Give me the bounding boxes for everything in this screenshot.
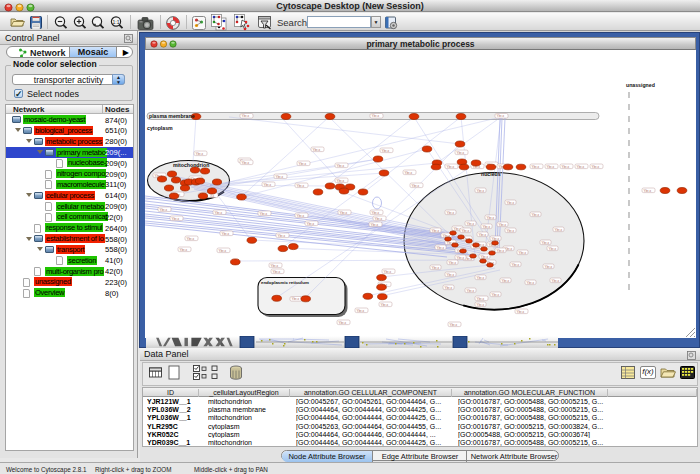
svg-text:Ybr-x: Ybr-x (412, 184, 420, 188)
svg-text:Ybr-x: Ybr-x (447, 165, 455, 169)
svg-text:Ybr-x: Ybr-x (502, 279, 510, 283)
svg-text:Ybr-x: Ybr-x (242, 161, 250, 165)
svg-text:Ybr-x: Ybr-x (487, 216, 495, 220)
svg-text:Ybr-x: Ybr-x (437, 246, 445, 250)
svg-text:Ybr-x: Ybr-x (264, 183, 272, 187)
svg-text:Ybr-x: Ybr-x (447, 273, 455, 277)
svg-text:Ybr-x: Ybr-x (467, 222, 475, 226)
svg-text:Ybr-x: Ybr-x (405, 171, 413, 175)
svg-text:Ybr-x: Ybr-x (542, 241, 550, 245)
svg-text:Ybr-x: Ybr-x (180, 248, 188, 252)
svg-text:Ybr-x: Ybr-x (532, 165, 540, 169)
svg-text:cytoplasm: cytoplasm (147, 125, 173, 131)
svg-text:Ybr-x: Ybr-x (375, 217, 383, 221)
svg-text:Ybr-x: Ybr-x (457, 151, 465, 155)
svg-text:Ybr-x: Ybr-x (545, 265, 553, 269)
svg-text:Ybr-x: Ybr-x (260, 212, 268, 216)
svg-text:Ybr-x: Ybr-x (592, 165, 600, 169)
svg-text:Ybr-x: Ybr-x (477, 276, 485, 280)
svg-text:Ybr-x: Ybr-x (481, 255, 489, 259)
svg-text:Ybr-x: Ybr-x (512, 263, 520, 267)
svg-text:Ybr-x: Ybr-x (477, 297, 485, 301)
svg-text:Ybr-x: Ybr-x (467, 289, 475, 293)
svg-text:Ybr-x: Ybr-x (449, 261, 457, 265)
svg-text:Ybr-x: Ybr-x (479, 233, 487, 237)
svg-text:Ybr-x: Ybr-x (196, 152, 204, 156)
svg-text:nucleus: nucleus (481, 171, 501, 177)
svg-text:Ybr-x: Ybr-x (222, 232, 230, 236)
svg-text:Ybr-x: Ybr-x (527, 281, 535, 285)
svg-text:Ybr-x: Ybr-x (297, 214, 305, 218)
svg-text:Ybr-x: Ybr-x (547, 165, 555, 169)
svg-text:Ybr-x: Ybr-x (297, 184, 305, 188)
svg-text:Ybr-x: Ybr-x (462, 229, 470, 233)
svg-text:Ybr-x: Ybr-x (562, 165, 570, 169)
svg-text:Ybr-x: Ybr-x (499, 223, 507, 227)
svg-text:Ybr-x: Ybr-x (445, 286, 453, 290)
svg-text:Ybr-x: Ybr-x (555, 228, 563, 232)
svg-text:Ybr-x: Ybr-x (447, 211, 455, 215)
svg-text:Ybr-x: Ybr-x (292, 297, 300, 301)
svg-text:Ybr-x: Ybr-x (532, 213, 540, 217)
svg-text:Ybr-x: Ybr-x (492, 237, 500, 241)
svg-text:Ybr-x: Ybr-x (519, 251, 527, 255)
svg-text:1:1: 1:1 (113, 19, 120, 25)
svg-text:Ybr-x: Ybr-x (172, 217, 180, 221)
svg-text:Ybr-x: Ybr-x (384, 270, 392, 274)
svg-text:Ybr-x: Ybr-x (299, 162, 307, 166)
svg-text:Ybr-x: Ybr-x (552, 279, 560, 283)
svg-text:Ybr-x: Ybr-x (215, 211, 223, 215)
svg-text:Ybr-x: Ybr-x (382, 149, 390, 153)
svg-text:mitochondrion: mitochondrion (173, 162, 209, 168)
svg-text:Ybr-x: Ybr-x (242, 114, 250, 118)
svg-text:Ybr-x: Ybr-x (644, 189, 652, 193)
svg-text:Ybr-x: Ybr-x (432, 266, 440, 270)
svg-text:Ybr-x: Ybr-x (276, 175, 284, 179)
svg-text:Ybr-x: Ybr-x (477, 189, 485, 193)
svg-text:Ybr-x: Ybr-x (372, 114, 380, 118)
svg-text:unassigned: unassigned (626, 82, 655, 88)
svg-text:Ybr-x: Ybr-x (219, 249, 227, 253)
svg-text:Ybr-x: Ybr-x (307, 222, 315, 226)
svg-text:endoplasmic reticulum: endoplasmic reticulum (261, 280, 309, 285)
svg-text:Ybr-x: Ybr-x (507, 229, 515, 233)
svg-text:Ybr-x: Ybr-x (483, 225, 491, 229)
svg-text:Ybr-x: Ybr-x (187, 237, 195, 241)
svg-text:Ybr-x: Ybr-x (371, 223, 379, 227)
svg-text:Ybr-x: Ybr-x (337, 179, 345, 183)
svg-text:Ybr-x: Ybr-x (477, 303, 485, 307)
svg-text:Ybr-x: Ybr-x (517, 310, 525, 314)
svg-text:Ybr-x: Ybr-x (339, 321, 347, 325)
svg-text:Ybr-x: Ybr-x (340, 211, 348, 215)
svg-text:Ybr-x: Ybr-x (278, 234, 286, 238)
svg-text:Ybr-x: Ybr-x (432, 229, 440, 233)
svg-text:Ybr-x: Ybr-x (372, 211, 380, 215)
svg-text:Ybr-x: Ybr-x (549, 247, 557, 251)
svg-text:Ybr-x: Ybr-x (273, 270, 281, 274)
svg-text:Ybr-x: Ybr-x (507, 201, 515, 205)
svg-text:plasma membrane: plasma membrane (149, 113, 195, 119)
svg-text:Ybr-x: Ybr-x (450, 323, 458, 327)
svg-text:Ybr-x: Ybr-x (492, 293, 500, 297)
svg-text:Ybr-x: Ybr-x (357, 309, 365, 313)
svg-text:Ybr-x: Ybr-x (160, 208, 168, 212)
svg-text:Ybr-x: Ybr-x (577, 165, 585, 169)
svg-text:Ybr-x: Ybr-x (337, 164, 345, 168)
svg-text:Ybr-x: Ybr-x (271, 264, 279, 268)
svg-text:Ybr-x: Ybr-x (497, 114, 505, 118)
svg-text:Ybr-x: Ybr-x (313, 148, 321, 152)
svg-text:Ybr-x: Ybr-x (497, 249, 505, 253)
svg-text:Ybr-x: Ybr-x (457, 256, 465, 260)
svg-text:Ybr-x: Ybr-x (381, 303, 389, 307)
